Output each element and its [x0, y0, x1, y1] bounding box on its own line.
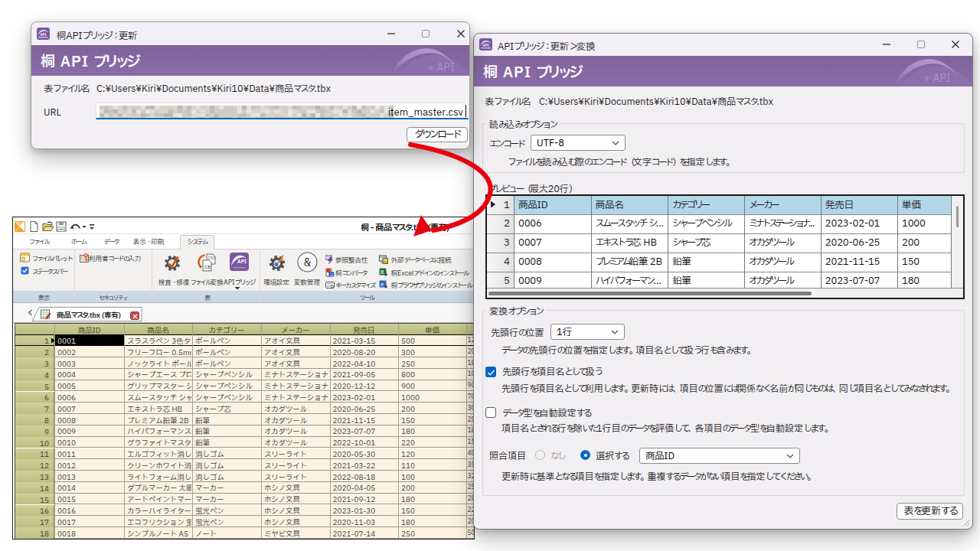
svg-text:+ API: + API	[923, 71, 950, 86]
svg-text:API: API	[482, 43, 488, 48]
svg-text:+ API: + API	[427, 60, 454, 76]
svg-text:API: API	[40, 32, 46, 37]
